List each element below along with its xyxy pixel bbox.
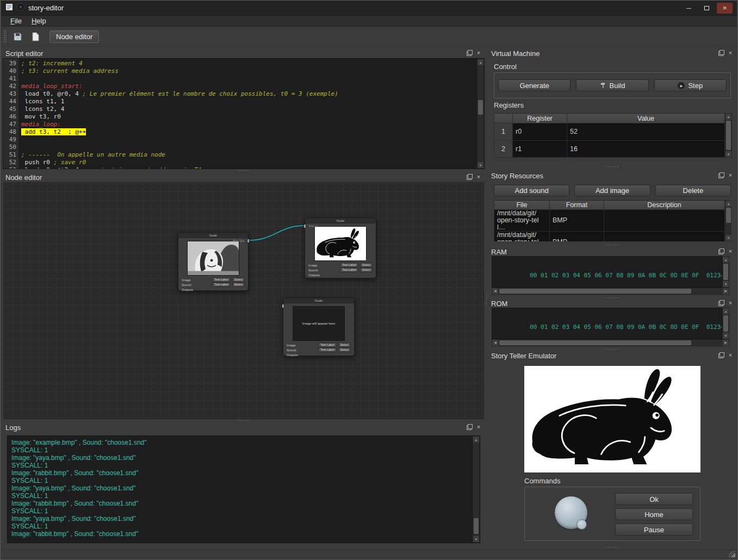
resources-scrollbar[interactable]: ▲ ▼	[725, 200, 731, 241]
test-label-button[interactable]: Test-Label	[318, 343, 336, 347]
step-button[interactable]: ▶ Step	[654, 79, 727, 91]
scroll-left-icon[interactable]: ◀	[492, 340, 499, 346]
scrollbar-thumb[interactable]	[474, 518, 479, 534]
scroll-up-icon[interactable]: ▲	[723, 308, 729, 315]
dock-float-icon[interactable]	[718, 50, 724, 57]
select-sound-button[interactable]: Select	[338, 347, 351, 352]
select-sound-button[interactable]: Select	[232, 282, 245, 287]
main-splitter-handle[interactable]: ······	[485, 48, 488, 551]
resource-row[interactable]: /mnt/data/git/ open-story-tell…BMP	[494, 232, 725, 242]
ok-button[interactable]: Ok	[615, 493, 693, 505]
logs-console[interactable]: Image: "example.bmp" , Sound: "choose1.s…	[7, 435, 480, 543]
dock-float-icon[interactable]	[718, 300, 724, 307]
scrollbar-thumb[interactable]	[723, 315, 728, 332]
scrollbar-thumb[interactable]	[726, 208, 731, 223]
scrollbar-thumb[interactable]	[478, 100, 483, 114]
register-row[interactable]: 1r052	[494, 123, 725, 141]
dock-close-icon[interactable]: ×	[727, 352, 734, 359]
home-button[interactable]: Home	[615, 508, 693, 520]
file-column-header[interactable]: File	[494, 201, 550, 210]
add-sound-button[interactable]: Add sound	[494, 185, 569, 196]
splitter-handle[interactable]: ······	[3, 169, 485, 172]
dock-float-icon[interactable]	[466, 50, 473, 57]
scrollbar-thumb[interactable]	[499, 289, 691, 294]
dock-close-icon[interactable]: ×	[727, 172, 734, 179]
dock-float-icon[interactable]	[718, 172, 724, 179]
delete-button[interactable]: Delete	[655, 185, 731, 196]
node-editor-toggle[interactable]: Node editor	[49, 30, 99, 43]
node-title[interactable]: Node	[305, 218, 376, 223]
test-label-button[interactable]: Test-Label	[212, 282, 230, 287]
test-label-button[interactable]: Test-Label	[340, 263, 358, 267]
media-node-2[interactable]: Node Image Test-Label Select Sound Test-…	[305, 217, 376, 278]
scroll-up-icon[interactable]: ▲	[473, 437, 479, 443]
node-canvas[interactable]: Node Image Test-Label	[3, 182, 484, 419]
rom-hex-view[interactable]: 00 01 02 03 04 05 06 07 08 09 0A 0B 0C 0…	[492, 308, 722, 339]
ram-hex-view[interactable]: 00 01 02 03 04 05 06 07 08 09 0A 0B 0C 0…	[492, 256, 722, 288]
scroll-up-icon[interactable]: ▲	[477, 59, 483, 66]
description-column-header[interactable]: Description	[604, 201, 725, 210]
splitter-handle[interactable]: ······	[488, 545, 736, 549]
ram-vscrollbar[interactable]: ▲ ▼	[722, 256, 729, 288]
scrollbar-thumb[interactable]	[726, 121, 731, 150]
rom-hscrollbar[interactable]: ◀ ▶	[492, 339, 729, 346]
resources-table[interactable]: File Format Description /mnt/data/git/ o…	[494, 200, 725, 241]
dock-close-icon[interactable]: ×	[475, 50, 482, 57]
input-port[interactable]	[303, 224, 306, 228]
registers-scrollbar[interactable]: ▲ ▼	[725, 113, 732, 158]
dock-close-icon[interactable]: ×	[475, 424, 482, 431]
scroll-left-icon[interactable]: ◀	[492, 288, 499, 294]
maximize-button[interactable]	[699, 3, 715, 14]
scroll-up-icon[interactable]: ▲	[725, 201, 731, 207]
register-row[interactable]: 2r116	[494, 140, 725, 158]
menu-file[interactable]: File	[5, 16, 27, 26]
scroll-up-icon[interactable]: ▲	[725, 114, 731, 120]
dock-float-icon[interactable]	[718, 352, 724, 359]
scroll-right-icon[interactable]: ▶	[722, 340, 729, 346]
select-image-button[interactable]: Select	[338, 343, 351, 347]
dock-float-icon[interactable]	[718, 248, 724, 255]
format-column-header[interactable]: Format	[550, 201, 604, 210]
media-node-3[interactable]: Node Image will appear here Image Test-L…	[283, 297, 355, 356]
toolbar-grip[interactable]	[4, 30, 7, 42]
value-column-header[interactable]: Value	[567, 114, 725, 123]
media-node-1[interactable]: Node Image Test-Label	[178, 232, 249, 291]
node-title[interactable]: Node	[178, 233, 248, 238]
add-image-button[interactable]: Add image	[574, 185, 650, 196]
scroll-up-icon[interactable]: ▲	[723, 257, 729, 263]
dock-float-icon[interactable]	[466, 424, 473, 431]
register-column-header[interactable]: Register	[513, 114, 567, 123]
select-image-button[interactable]: Select	[232, 277, 245, 282]
splitter-handle[interactable]: ······	[488, 243, 736, 247]
title-bar[interactable]: story-editor ─ ×	[1, 1, 737, 16]
test-label-button[interactable]: Test-Label	[212, 277, 230, 282]
select-image-button[interactable]: Select	[360, 263, 373, 267]
script-editor[interactable]: 394041424344454647484950515253 ; t2: inc…	[3, 58, 485, 169]
ram-hscrollbar[interactable]: ◀ ▶	[492, 288, 729, 295]
pause-button[interactable]: Pause	[615, 524, 693, 536]
generate-button[interactable]: Generate	[498, 79, 570, 91]
test-label-button[interactable]: Test-Label	[318, 347, 336, 352]
scrollbar-thumb[interactable]	[723, 264, 728, 280]
scroll-down-icon[interactable]: ▼	[477, 161, 483, 168]
node-title[interactable]: Node	[283, 298, 354, 303]
script-scrollbar[interactable]: ▲ ▼	[477, 59, 484, 169]
scroll-down-icon[interactable]: ▼	[723, 281, 729, 287]
resource-row[interactable]: /mnt/data/git/ open-story-tell…BMP	[494, 210, 725, 232]
resize-grip[interactable]	[729, 551, 735, 557]
output-port[interactable]	[247, 239, 250, 243]
save-button[interactable]	[10, 29, 24, 43]
scroll-down-icon[interactable]: ▼	[725, 234, 731, 241]
export-button[interactable]	[28, 29, 42, 43]
splitter-handle[interactable]: ······	[3, 419, 485, 422]
close-button[interactable]: ×	[717, 3, 733, 14]
code-area[interactable]: ; t2: increment 4; t3: current media add…	[19, 59, 477, 169]
scrollbar-thumb[interactable]	[499, 340, 691, 345]
scroll-down-icon[interactable]: ▼	[725, 151, 731, 157]
dock-close-icon[interactable]: ×	[475, 174, 482, 181]
registers-table[interactable]: Register Value 1r0522r116	[494, 113, 725, 158]
dock-close-icon[interactable]: ×	[727, 50, 734, 57]
scroll-down-icon[interactable]: ▼	[723, 332, 729, 339]
test-label-button[interactable]: Test-Label	[340, 267, 358, 272]
rom-vscrollbar[interactable]: ▲ ▼	[722, 308, 729, 339]
